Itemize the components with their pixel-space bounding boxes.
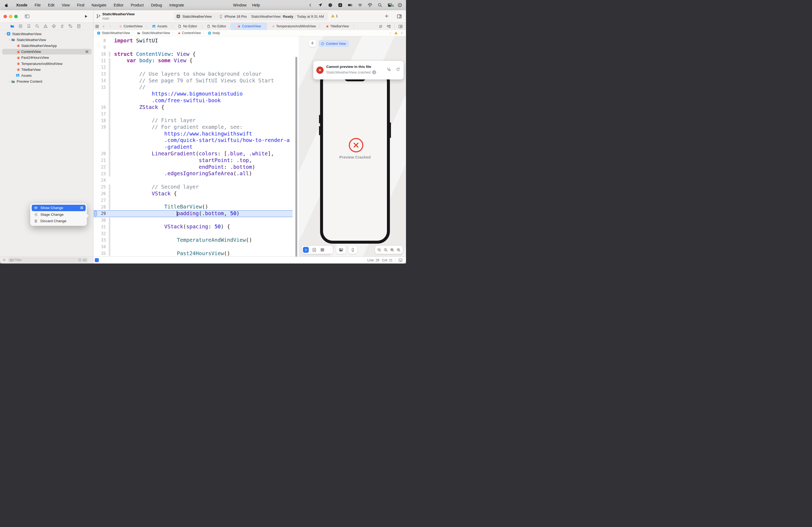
prev-issue-icon[interactable]	[389, 31, 392, 35]
swap-editor-icon[interactable]	[378, 24, 383, 29]
menu-editor[interactable]: Editor	[114, 3, 124, 7]
code-line[interactable]: 24	[93, 177, 299, 184]
code-line[interactable]: 34	[93, 244, 299, 250]
navigator-tab-test-icon[interactable]	[52, 24, 56, 28]
warning-count-badge[interactable]: 1	[331, 14, 338, 18]
add-editor-icon[interactable]	[398, 24, 403, 29]
zoom-out-icon[interactable]	[377, 248, 381, 252]
wifi-icon[interactable]	[358, 3, 362, 7]
menu-item-stage-change[interactable]: Stage Change	[32, 211, 86, 218]
scheme-selector[interactable]: A StaticWeatherView 〉 iPhone 16 Pro Stat…	[174, 12, 328, 20]
code-line[interactable]: https://www.bigmountainstudio	[93, 91, 299, 97]
device-settings-button[interactable]	[336, 246, 346, 254]
live-preview-button[interactable]	[303, 247, 309, 253]
input-source-icon[interactable]: A	[338, 3, 343, 7]
breadcrumb-item-staticweatherview[interactable]: AStaticWeatherView	[97, 31, 130, 35]
sidebar-item-temperatureandwindview[interactable]: TemperatureAndWindView	[0, 61, 93, 66]
zoom-button[interactable]	[14, 15, 18, 18]
preview-target-chip[interactable]: Content View	[318, 40, 349, 47]
sidebar-item-past24hoursview[interactable]: Past24HoursView	[0, 55, 93, 61]
sidebar-item-staticweatherview[interactable]: AStaticWeatherView	[0, 31, 93, 37]
code-line[interactable]: 13 // Use layers to show background colo…	[93, 71, 299, 77]
code-line[interactable]: -gradient	[93, 144, 299, 151]
navigator-tab-search-icon[interactable]	[35, 24, 40, 28]
disclosure-right-icon[interactable]	[8, 80, 11, 83]
navigator-tab-bookmark-icon[interactable]	[27, 24, 31, 28]
navigator-tab-performance-icon[interactable]	[60, 24, 64, 28]
breadcrumb-item-contentview[interactable]: ContentView	[177, 31, 201, 35]
editor-scrollbar[interactable]	[295, 57, 297, 257]
code-line[interactable]: .com/quick-start/swiftui/how-to-render-a	[93, 137, 299, 144]
disclosure-down-icon[interactable]	[8, 39, 11, 41]
umbrella-icon[interactable]	[367, 3, 373, 7]
breadcrumb-item-body[interactable]: Pbody	[208, 31, 220, 35]
diagnostics-icon[interactable]	[386, 67, 391, 72]
menu-edit[interactable]: Edit	[48, 3, 55, 7]
filter-icon[interactable]	[10, 258, 14, 262]
navigator-tab-source-control-icon[interactable]	[18, 24, 23, 28]
retry-icon[interactable]	[396, 67, 400, 72]
menu-debug[interactable]: Debug	[151, 3, 162, 7]
menu-item-show-change[interactable]: Show Change⌘	[32, 205, 86, 211]
siri-circle-icon[interactable]	[397, 3, 402, 7]
sidebar-item-preview-content[interactable]: Preview Content	[0, 79, 93, 85]
zoom-actual-icon[interactable]: 1	[383, 248, 388, 252]
menu-product[interactable]: Product	[131, 3, 144, 7]
menu-help[interactable]: Help	[252, 0, 260, 10]
editor-options-icon[interactable]	[387, 24, 391, 29]
sidebar-toggle-icon[interactable]	[25, 14, 30, 19]
source-control-status-icon[interactable]	[83, 258, 87, 262]
code-line[interactable]: https://www.hackingwithswift	[93, 131, 299, 137]
breadcrumb-item-staticweatherview[interactable]: StaticWeatherView	[137, 31, 170, 35]
back-icon[interactable]	[102, 25, 105, 28]
next-issue-icon[interactable]	[400, 31, 403, 35]
menu-file[interactable]: File	[35, 3, 41, 7]
search-icon[interactable]	[378, 3, 382, 7]
code-line[interactable]: 16 ZStack {	[93, 104, 299, 111]
code-line[interactable]: 28 TitleBarView()	[93, 204, 299, 210]
circle-dots-icon[interactable]	[328, 3, 333, 7]
tab-assets[interactable]: Assets	[147, 22, 173, 30]
code-line[interactable]: 17	[93, 110, 299, 117]
filter-field[interactable]	[8, 258, 88, 262]
tab-overview-icon[interactable]	[95, 25, 99, 28]
navigator-tab-report-icon[interactable]	[76, 24, 81, 28]
sidebar-item-staticweatherviewapp[interactable]: StaticWeatherViewApp	[0, 43, 93, 48]
code-line[interactable]: 25 // Second layer	[93, 184, 299, 191]
scheme-device-label[interactable]: iPhone 16 Pro	[224, 15, 246, 18]
run-button[interactable]	[84, 14, 88, 18]
code-line[interactable]: 20 LinearGradient(colors: [.blue, .white…	[93, 151, 299, 157]
sidebar-divider[interactable]	[93, 10, 93, 264]
filter-input[interactable]	[14, 258, 78, 262]
sidebar-item-contentview[interactable]: ContentViewM	[0, 49, 93, 55]
tab-contentview[interactable]: ContentView	[114, 22, 147, 30]
code-line[interactable]: 31 VStack(spacing: 50) {	[93, 224, 299, 230]
info-icon[interactable]: i	[372, 70, 376, 74]
control-center-icon[interactable]	[388, 3, 392, 7]
tab-titlebarview[interactable]: TitleBarView	[320, 22, 354, 30]
focus-indicator-icon[interactable]	[95, 258, 99, 262]
menu-xcode[interactable]: Xcode	[16, 3, 27, 7]
menu-navigate[interactable]: Navigate	[91, 3, 106, 7]
rocket-icon[interactable]	[318, 3, 323, 7]
code-line[interactable]: 15 //	[93, 84, 299, 91]
code-line[interactable]: 11 var body: some View {	[93, 57, 299, 64]
tab-contentview[interactable]: ContentView	[231, 22, 267, 30]
menu-item-discard-change[interactable]: Discard Change	[32, 218, 86, 225]
code-line[interactable]: .com/free-swiftui-book	[93, 97, 299, 104]
code-line[interactable]: 14 // See page 79 of SwiftUI Views Quick…	[93, 77, 299, 84]
code-line[interactable]: 10struct ContentView: View {	[93, 51, 299, 58]
tab-no-editor[interactable]: No Editor	[202, 22, 231, 30]
code-line[interactable]: 19 // For gradient example, see:	[93, 124, 299, 131]
code-line[interactable]: 27	[93, 197, 299, 204]
library-add-button[interactable]	[384, 14, 389, 18]
add-file-button[interactable]	[2, 258, 6, 262]
zoom-fit-icon[interactable]	[390, 248, 394, 252]
recent-files-icon[interactable]	[78, 258, 82, 262]
code-line[interactable]: 30	[93, 217, 299, 224]
menu-view[interactable]: View	[62, 3, 70, 7]
scheme-app-label[interactable]: StaticWeatherView	[182, 15, 212, 18]
keyboard-dock-icon[interactable]	[398, 258, 403, 262]
code-line[interactable]: 8import SwiftUI	[93, 37, 299, 44]
close-button[interactable]	[3, 15, 7, 18]
